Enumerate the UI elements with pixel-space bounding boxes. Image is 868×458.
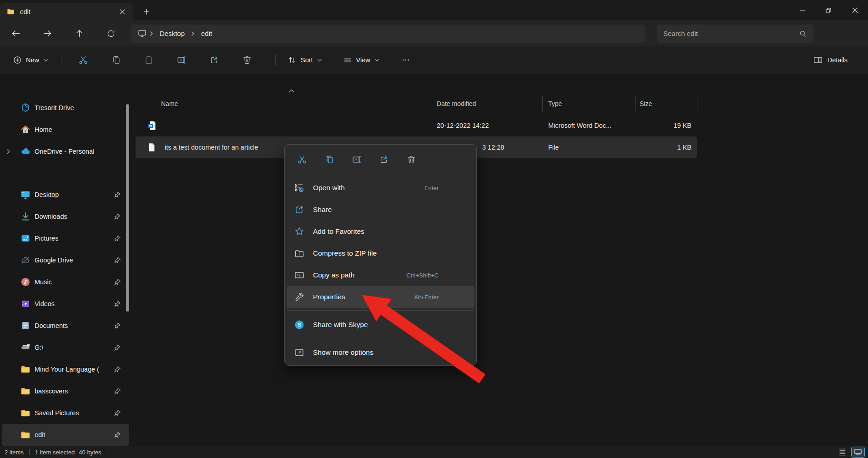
back-icon[interactable] [5, 25, 25, 43]
menu-item-shortcut: Enter [424, 185, 439, 191]
copy-icon[interactable] [319, 150, 339, 169]
menu-item-label: Copy as path [313, 271, 406, 279]
column-divider[interactable] [542, 96, 543, 111]
cut-icon[interactable] [292, 150, 312, 169]
up-icon[interactable] [69, 25, 89, 43]
close-button[interactable] [842, 0, 868, 20]
context-menu: A Open with Enter Share [284, 144, 477, 366]
menu-divider [288, 174, 474, 174]
breadcrumb-edit[interactable]: edit [197, 28, 216, 39]
sidebar-item-basscovers[interactable]: basscovers [2, 380, 129, 402]
search-input[interactable]: Search edit [657, 25, 813, 43]
statusbar-divider [107, 449, 107, 455]
sidebar-item-label: Documents [35, 322, 68, 329]
sort-arrows-icon [288, 55, 297, 65]
breadcrumb: Desktop edit [131, 25, 645, 43]
delete-icon[interactable] [401, 150, 421, 169]
paste-button[interactable] [138, 50, 160, 70]
file-row-word-document[interactable]: W 20-12-2022 14:22 Microsoft Word Doc...… [136, 115, 697, 136]
rename-button[interactable]: A [171, 50, 192, 70]
details-view-icon[interactable] [836, 447, 849, 457]
menu-item-open-with[interactable]: Open with Enter [287, 177, 474, 199]
delete-button[interactable] [236, 50, 258, 70]
breadcrumb-desktop[interactable]: Desktop [156, 28, 188, 39]
context-menu-quick-actions: A [287, 146, 474, 173]
sidebar-item-home[interactable]: Home [2, 119, 129, 141]
menu-item-share[interactable]: Share [287, 199, 474, 221]
forward-icon[interactable] [37, 25, 57, 43]
file-icon [146, 136, 158, 158]
sort-button[interactable]: Sort [282, 52, 328, 68]
expand-chevron-icon[interactable] [5, 149, 12, 155]
share-button[interactable] [203, 50, 225, 70]
copy-button[interactable] [105, 50, 127, 70]
sidebar-item-documents[interactable]: Documents [2, 315, 129, 337]
new-button[interactable]: New [6, 52, 55, 68]
maximize-button[interactable] [815, 0, 842, 20]
sidebar-item-label: Google Drive [35, 257, 73, 264]
sidebar-item-onedrive[interactable]: OneDrive - Personal [2, 141, 129, 162]
tab-close-icon[interactable] [116, 5, 129, 18]
sidebar-scrollbar[interactable] [126, 104, 129, 312]
open-with-icon [294, 182, 305, 193]
sidebar-item-videos[interactable]: Videos [2, 293, 129, 315]
sidebar-item-google-drive[interactable]: Google Drive [2, 249, 129, 271]
header-date-modified[interactable]: Date modified [437, 94, 476, 113]
sidebar-item-label: Tresorit Drive [35, 104, 74, 111]
column-divider[interactable] [430, 96, 430, 111]
sidebar-item-downloads[interactable]: Downloads [2, 206, 129, 227]
menu-item-label: Share [313, 206, 439, 214]
this-pc-monitor-icon[interactable] [137, 29, 147, 38]
column-divider[interactable] [697, 96, 697, 111]
star-icon [294, 226, 305, 237]
large-icons-view-icon[interactable] [852, 447, 864, 457]
music-icon [20, 277, 31, 287]
header-name[interactable]: Name [161, 94, 178, 113]
menu-item-compress-to-zip[interactable]: Compress to ZIP file [287, 242, 474, 264]
details-pane-button[interactable]: Details [807, 51, 853, 69]
window-controls [789, 0, 868, 20]
menu-item-show-more-options[interactable]: Show more options [287, 342, 474, 363]
menu-item-add-to-favorites[interactable]: Add to Favorites [287, 221, 474, 242]
sidebar-item-music[interactable]: Music [2, 271, 129, 293]
details-pane-icon [813, 55, 823, 65]
sidebar-item-desktop[interactable]: Desktop [2, 184, 129, 206]
refresh-icon[interactable] [101, 25, 121, 43]
menu-item-shortcut: Ctrl+Shift+C [406, 272, 439, 279]
menu-item-share-with-skype[interactable]: S Share with Skype [287, 313, 474, 337]
sidebar-item-saved-pictures[interactable]: Saved Pictures [2, 402, 129, 424]
pin-icon [114, 191, 121, 198]
column-divider[interactable] [635, 96, 636, 111]
sidebar-item-pictures[interactable]: Pictures [2, 227, 129, 249]
pin-icon [114, 344, 121, 351]
sidebar-item-mind-your-language[interactable]: Mind Your Language ( [2, 358, 129, 380]
menu-item-label: Compress to ZIP file [313, 249, 439, 257]
navigation-pane: Tresorit Drive Home OneDrive - Personal … [0, 74, 131, 446]
menu-item-copy-as-path[interactable]: Copy as path Ctrl+Shift+C [287, 264, 474, 286]
sidebar-item-edit[interactable]: edit [2, 424, 129, 446]
home-icon [20, 124, 31, 135]
search-icon[interactable] [799, 30, 807, 38]
view-button[interactable]: View [338, 52, 385, 68]
tab-edit[interactable]: edit [0, 3, 133, 20]
sidebar-item-tresorit-drive[interactable]: Tresorit Drive [2, 97, 129, 119]
word-document-icon: W [146, 115, 158, 136]
minimize-button[interactable] [789, 0, 815, 20]
plus-circle-icon [13, 55, 22, 65]
sidebar-item-g-drive[interactable]: ? G:\ [2, 337, 129, 358]
header-type[interactable]: Type [548, 94, 562, 113]
file-date-modified: 3 12:28 [482, 136, 504, 158]
menu-item-properties[interactable]: Properties Alt+Enter [287, 286, 474, 308]
copy-path-icon [294, 270, 305, 281]
cut-button[interactable] [72, 50, 94, 70]
statusbar-divider [29, 449, 30, 455]
selection-size: 40 bytes [79, 449, 101, 456]
sidebar-item-label: Home [35, 126, 52, 133]
new-tab-icon[interactable] [140, 5, 153, 18]
menu-divider [288, 310, 474, 311]
more-options-icon[interactable] [395, 50, 417, 70]
share-icon[interactable] [374, 150, 394, 169]
rename-icon[interactable]: A [347, 150, 367, 169]
show-more-options-icon [294, 347, 305, 358]
header-size[interactable]: Size [640, 94, 652, 113]
